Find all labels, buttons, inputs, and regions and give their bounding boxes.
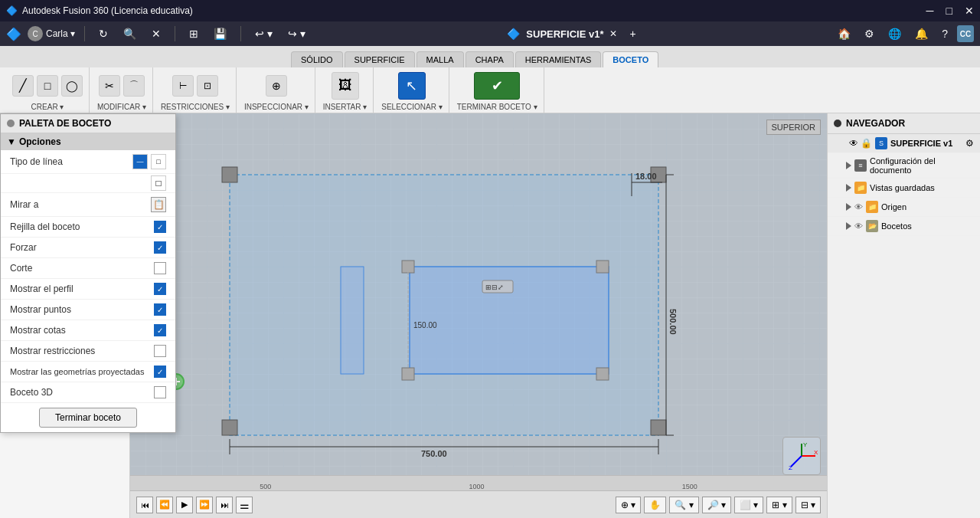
select-tool[interactable]: ↖ [398, 72, 426, 100]
expand-bocetos-icon[interactable] [846, 222, 851, 230]
boceto3d-checkbox[interactable] [154, 386, 166, 398]
titlebar-controls: ─ □ ✕ [926, 5, 974, 17]
restricciones-label[interactable]: RESTRICCIONES ▾ [161, 103, 230, 111]
nav-item-origen[interactable]: 👁 📁 Origen [828, 198, 980, 217]
playback-next[interactable]: ⏩ [196, 497, 213, 513]
close-doc-button[interactable]: ✕ [609, 28, 617, 39]
tab-chapa[interactable]: CHAPA [466, 51, 514, 67]
rect-tool[interactable]: □ [37, 75, 58, 97]
terminar-icons: ✔ [474, 69, 520, 103]
constraint-tool[interactable]: ⊢ [172, 75, 194, 97]
terminar-boceto-button[interactable]: Terminar boceto [39, 408, 137, 428]
nav-item-superficie[interactable]: 👁 🔒 S SUPERFICIE v1 ⚙ [828, 134, 980, 153]
refresh-button[interactable]: ↻ [94, 26, 113, 41]
tipo-linea-icon[interactable]: □ [151, 175, 166, 191]
palette-title: PALETA DE BOCETO [19, 118, 111, 129]
mostrar-puntos-checkbox[interactable]: ✓ [154, 303, 166, 316]
playback-end[interactable]: ⏭ [216, 497, 233, 513]
section-tool[interactable]: ⊟ ▾ [795, 497, 821, 513]
mostrar-cotas-checkbox[interactable]: ✓ [154, 324, 166, 336]
crear-label[interactable]: CREAR ▾ [31, 103, 64, 111]
close-tab-button[interactable]: ✕ [147, 26, 165, 41]
boceto3d-row: Boceto 3D [1, 382, 175, 403]
inspeccionar-label[interactable]: INSPECCIONAR ▾ [244, 103, 309, 111]
finish-sketch-button[interactable]: ✔ [474, 72, 520, 100]
eye-bocetos-icon[interactable]: 👁 [854, 221, 863, 231]
nav-item-vistas[interactable]: 📁 Vistas guardadas [828, 179, 980, 198]
nav-item-config[interactable]: ≡ Configuración del documento [828, 153, 980, 179]
line-tool[interactable]: ╱ [12, 75, 34, 97]
lock-icon[interactable]: 🔒 [861, 138, 872, 149]
tab-superficie[interactable]: SUPERFICIE [345, 51, 415, 67]
eye-origen-icon[interactable]: 👁 [854, 202, 863, 211]
maximize-button[interactable]: □ [946, 5, 952, 17]
minimize-button[interactable]: ─ [926, 5, 934, 17]
redo-button[interactable]: ↪ ▾ [283, 26, 310, 41]
corte-checkbox[interactable] [154, 262, 166, 274]
seleccionar-label[interactable]: SELECCIONAR ▾ [381, 103, 442, 111]
playback-play[interactable]: ▶ [176, 497, 193, 513]
orbit-tool[interactable]: ⊕ ▾ [616, 497, 641, 513]
terminar-label[interactable]: TERMINAR BOCETO ▾ [457, 103, 537, 111]
home-button[interactable]: 🏠 [833, 26, 855, 41]
toolbar-separator [84, 26, 85, 41]
modificar-label[interactable]: MODIFICAR ▾ [97, 103, 146, 111]
grid-view-tool[interactable]: ⊞ ▾ [766, 497, 792, 513]
timeline-button[interactable]: ⚌ [236, 497, 253, 513]
close-window-button[interactable]: ✕ [965, 5, 974, 17]
tab-herramientas[interactable]: HERRAMIENTAS [515, 51, 602, 67]
inspect-tool[interactable]: ⊕ [266, 75, 287, 97]
svg-rect-3 [222, 167, 237, 182]
mostrar-geometrias-checkbox[interactable]: ✓ [154, 366, 166, 378]
user-menu[interactable]: C Carla ▾ [28, 26, 75, 41]
axis-indicator: X Y Z [782, 437, 821, 475]
search-button[interactable]: 🔍 [119, 26, 141, 41]
mostrar-perfil-checkbox[interactable]: ✓ [154, 283, 166, 295]
mostrar-geometrias-row: Mostrar las geometrías proyectadas ✓ [1, 362, 175, 382]
expand-origen-icon[interactable] [846, 203, 851, 211]
add-tab-button[interactable]: + [629, 28, 635, 40]
playback-prev[interactable]: ⏪ [156, 497, 173, 513]
crear-icons: ╱ □ ◯ [12, 69, 83, 103]
canvas-area[interactable]: 18.00 500.00 750.00 150.00 [130, 113, 827, 518]
offset-tool[interactable]: ⌒ [123, 75, 145, 97]
insertar-label[interactable]: INSERTAR ▾ [323, 103, 367, 111]
insert-image-tool[interactable]: 🖼 [332, 72, 359, 100]
circle-tool[interactable]: ◯ [61, 75, 83, 97]
dimension-tool[interactable]: ⊡ [197, 75, 218, 97]
nav-item-bocetos[interactable]: 👁 📂 Bocetos [828, 217, 980, 236]
zoom-tool[interactable]: 🔍 ▾ [669, 497, 698, 513]
mirar-a-button[interactable]: 📋 [151, 197, 166, 212]
tipo-linea-option-2[interactable]: □ [151, 154, 166, 169]
svg-rect-6 [651, 420, 666, 435]
tab-solido[interactable]: SÓLIDO [291, 51, 343, 67]
eye-icon[interactable]: 👁 [849, 138, 858, 149]
tab-malla[interactable]: MALLA [416, 51, 464, 67]
tab-boceto[interactable]: BOCETO [603, 51, 658, 67]
undo-button[interactable]: ↩ ▾ [250, 26, 277, 41]
svg-text:Z: Z [789, 464, 792, 471]
pan-tool[interactable]: ✋ [644, 497, 666, 513]
rejilla-checkbox[interactable]: ✓ [154, 221, 166, 233]
tipo-linea-label: Tipo de línea [10, 156, 63, 167]
globe-button[interactable]: 🌐 [884, 26, 906, 41]
fit-tool[interactable]: 🔎 ▾ [702, 497, 731, 513]
forzar-checkbox[interactable]: ✓ [154, 241, 166, 254]
grid-button[interactable]: ⊞ [185, 26, 203, 41]
save-button[interactable]: 💾 [209, 26, 231, 41]
trim-tool[interactable]: ✂ [99, 75, 120, 97]
help-button[interactable]: ? [937, 26, 952, 41]
mostrar-restricciones-row: Mostrar restricciones [1, 341, 175, 362]
expand-config-icon[interactable] [846, 162, 851, 169]
expand-vistas-icon[interactable] [846, 184, 851, 192]
palette-panel: PALETA DE BOCETO ▼ Opciones Tipo de líne… [0, 113, 176, 433]
playback-start[interactable]: ⏮ [136, 497, 153, 513]
mostrar-restricciones-checkbox[interactable] [154, 345, 166, 357]
corte-row: Corte [1, 258, 175, 279]
display-tool[interactable]: ⬜ ▾ [734, 497, 763, 513]
nav-vistas-label: Vistas guardadas [870, 183, 974, 192]
restricciones-icons: ⊢ ⊡ [172, 69, 218, 103]
tipo-linea-option-1[interactable]: — [132, 154, 148, 169]
settings-button[interactable]: ⚙ [860, 26, 879, 41]
notification-button[interactable]: 🔔 [910, 26, 933, 41]
